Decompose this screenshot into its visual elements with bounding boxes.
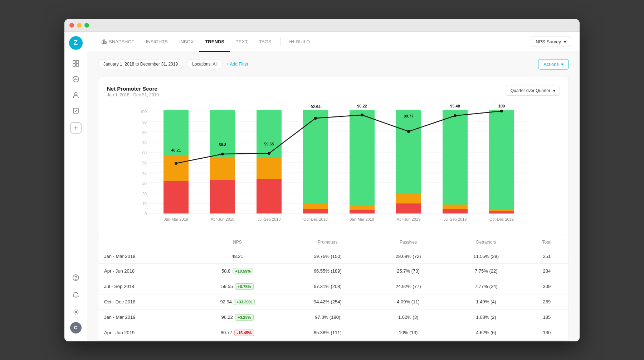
sidebar-item-snapshot[interactable] — [69, 56, 83, 71]
col-header-total: Total — [525, 235, 569, 249]
actions-button[interactable]: Actions ▾ — [538, 59, 569, 69]
chevron-down-icon: ▾ — [564, 39, 566, 44]
sidebar-item-help[interactable] — [69, 270, 83, 285]
bar-passive-1 — [164, 156, 189, 181]
sidebar-item-people[interactable] — [69, 88, 83, 102]
cell-nps: 96.22+3.28% — [189, 309, 286, 325]
nps-badge: +3.28% — [235, 314, 254, 321]
cell-passives: 24.92% (77) — [369, 279, 447, 294]
svg-rect-3 — [76, 64, 79, 66]
cell-total: 251 — [525, 249, 569, 263]
svg-text:30: 30 — [142, 181, 147, 186]
table-row: Jan - Mar 201848.2159.76% (150)28.69% (7… — [98, 249, 569, 263]
maximize-button[interactable] — [84, 23, 89, 28]
svg-text:10: 10 — [142, 202, 147, 206]
bar-label-2: Apr-Jun 2018 — [211, 217, 234, 221]
cell-nps: 58.8+10.59% — [189, 263, 286, 279]
bar-label-5: Jan-Mar 2019 — [350, 217, 374, 221]
survey-selector[interactable]: NPS Survey ▾ — [531, 37, 571, 47]
location-filter[interactable]: Locations: All — [187, 59, 223, 69]
table-row: Oct - Dec 201892.94+33.39%94.42% (254)4.… — [98, 294, 569, 309]
cell-nps: 80.77-15.45% — [189, 325, 286, 340]
minimize-button[interactable] — [77, 23, 82, 28]
svg-text:50: 50 — [142, 161, 147, 165]
bar-detractor-6 — [396, 203, 421, 213]
cell-promoters: 96.38% (213) — [286, 340, 369, 341]
sidebar-item-tasks[interactable] — [69, 104, 83, 118]
bar-detractor-1 — [164, 181, 189, 213]
avatar[interactable]: C — [70, 322, 82, 333]
nps-label-4: 92.94 — [311, 105, 321, 109]
trend-dot-8 — [500, 110, 503, 112]
cell-detractors: 7.75% (22) — [447, 263, 525, 279]
sidebar-item-settings[interactable] — [69, 305, 83, 319]
bar-detractor-5 — [350, 210, 375, 213]
svg-text:40: 40 — [142, 171, 147, 176]
cell-promoters: 59.76% (150) — [286, 249, 369, 263]
sidebar-item-notifications[interactable] — [69, 288, 83, 302]
chart-container: Net Promoter Score Jan 1, 2018 - Dec 31,… — [98, 77, 569, 235]
chart-svg-wrap: 100 90 80 70 60 50 40 30 20 10 0 — [107, 103, 560, 226]
bar-promoter-6 — [396, 110, 421, 193]
bar-promoter-5 — [350, 110, 375, 205]
cell-period: Apr - Jun 2019 — [98, 325, 189, 340]
cell-total: 221 — [525, 340, 569, 341]
cell-period: Jan - Mar 2019 — [98, 309, 189, 325]
nav-item-text[interactable]: TEXT — [230, 32, 253, 52]
bar-passive-2 — [210, 157, 235, 180]
chevron-down-icon: ▾ — [553, 88, 555, 93]
nav-item-build[interactable]: BUILD — [283, 32, 316, 52]
bar-passive-3 — [257, 157, 282, 179]
cell-period: Jan - Mar 2018 — [98, 249, 189, 263]
table-row: Jul - Sep 201995.48+14.71%96.38% (213)2.… — [98, 340, 569, 341]
nps-badge: +0.75% — [235, 283, 254, 290]
trend-dot-1 — [175, 162, 177, 165]
nps-label-2: 58.8 — [219, 143, 226, 147]
cell-total: 185 — [525, 309, 569, 325]
nps-chart: 100 90 80 70 60 50 40 30 20 10 0 — [107, 103, 560, 225]
top-nav: SNAPSHOT INSIGHTS INBOX TRENDS TEXT TAGS — [87, 32, 580, 52]
bar-label-1: Jan-Mar 2018 — [164, 217, 188, 221]
bar-label-8: Oct-Dec 2019 — [489, 217, 514, 221]
date-filter[interactable]: January 1, 2018 to December 31, 2019 — [98, 59, 183, 69]
nav-item-snapshot[interactable]: SNAPSHOT — [96, 32, 140, 52]
sidebar: Z — [64, 32, 87, 341]
nav-item-tags[interactable]: TAGS — [253, 32, 277, 52]
svg-text:70: 70 — [142, 141, 147, 145]
cell-passives: 4.09% (11) — [369, 294, 447, 309]
add-button[interactable] — [70, 122, 82, 134]
cell-detractors: 1.49% (4) — [447, 294, 525, 309]
app-body: Z — [64, 32, 580, 341]
cell-total: 284 — [525, 263, 569, 279]
trend-dot-4 — [314, 117, 317, 120]
bar-detractor-7 — [443, 209, 468, 213]
bar-promoter-2 — [210, 110, 235, 157]
app-window: Z — [64, 19, 580, 341]
bar-label-6: Apr-Jun 2019 — [397, 217, 420, 221]
nav-item-insights[interactable]: INSIGHTS — [140, 32, 174, 52]
nps-label-3: 59.55 — [264, 142, 274, 146]
cell-total: 130 — [525, 325, 569, 340]
cell-passives: 28.69% (72) — [369, 249, 447, 263]
bar-detractor-4 — [303, 209, 328, 213]
bar-passive-6 — [396, 193, 421, 203]
bar-promoter-4 — [303, 110, 328, 203]
bar-detractor-2 — [210, 180, 235, 213]
close-button[interactable] — [69, 23, 74, 28]
nav-item-inbox[interactable]: INBOX — [174, 32, 199, 52]
add-filter-button[interactable]: + Add Filter — [226, 62, 248, 67]
col-header-detractors: Detractors — [447, 235, 525, 249]
nav-item-trends[interactable]: TRENDS — [199, 32, 230, 52]
period-selector[interactable]: Quarter over Quarter ▾ — [506, 86, 560, 96]
table-row: Apr - Jun 201980.77-15.45%85.38% (111)10… — [98, 325, 569, 340]
nps-table: NPS Promoters Passives Detractors Total … — [98, 235, 569, 341]
bar-passive-8 — [489, 209, 514, 211]
svg-text:80: 80 — [142, 130, 147, 135]
col-header-passives: Passives — [369, 235, 447, 249]
trend-dot-3 — [268, 152, 270, 155]
table-row: Apr - Jun 201858.8+10.59%66.55% (189)25.… — [98, 263, 569, 279]
trend-dot-5 — [361, 114, 364, 116]
logo[interactable]: Z — [69, 36, 83, 50]
cell-promoters: 97.3% (180) — [286, 309, 369, 325]
sidebar-item-inbox[interactable] — [69, 72, 83, 86]
